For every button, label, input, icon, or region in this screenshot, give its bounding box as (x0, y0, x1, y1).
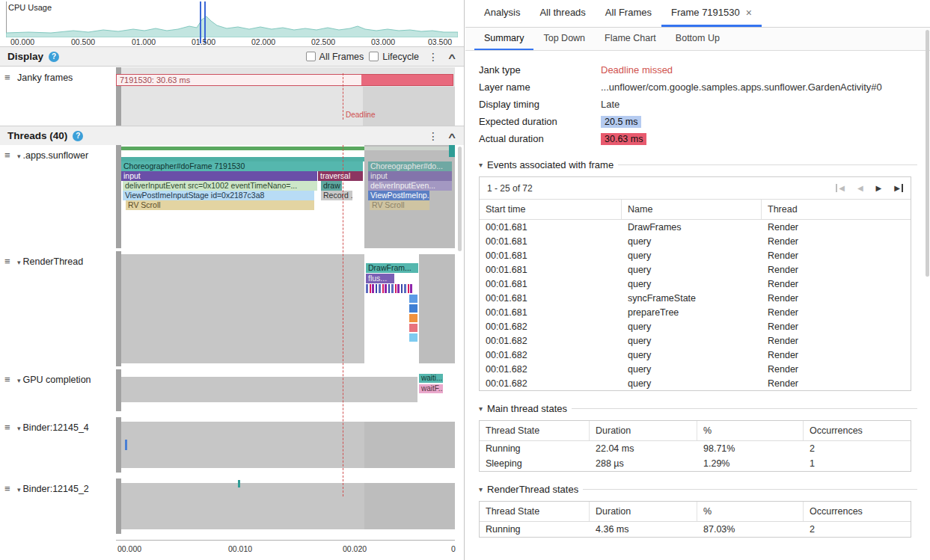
trace-event-rv-scroll-dim[interactable]: RV Scroll (370, 200, 429, 210)
drag-handle-icon[interactable]: ≡ (4, 72, 10, 83)
trace-event-draw[interactable]: draw (321, 181, 342, 191)
all-frames-checkbox[interactable]: All Frames (306, 52, 364, 62)
trace-event-tick[interactable] (238, 480, 240, 487)
column-header-percent[interactable]: % (697, 421, 804, 440)
tab-analysis[interactable]: Analysis (474, 0, 530, 27)
subtab-summary[interactable]: Summary (474, 28, 533, 50)
first-page-icon[interactable]: ◀ (836, 184, 845, 192)
checkbox-box-icon[interactable] (369, 52, 379, 61)
trace-event-waiting[interactable]: waiti... (419, 374, 443, 383)
subtab-top-down[interactable]: Top Down (533, 28, 595, 50)
column-header-duration[interactable]: Duration (590, 421, 697, 440)
thread-row-binder-12145-2[interactable]: ≡ ▾Binder:12145_2 (0, 479, 464, 534)
event-row[interactable]: 00:01.681 syncFrameState Render (480, 291, 911, 305)
trace-event-input-dim[interactable]: input (368, 171, 452, 181)
prev-page-icon[interactable]: ◀ (857, 184, 863, 192)
drag-handle-icon[interactable]: ≡ (4, 422, 10, 433)
thread-row-gpu-completion[interactable]: ≡ ▾GPU completion waiti... waitF... (0, 369, 464, 411)
state-row[interactable]: Running 4.36 ms 87.03% 2 (480, 522, 911, 537)
thread-row-renderthread[interactable]: ≡ ▾RenderThread DrawFram... flus... (0, 251, 464, 366)
thread-track[interactable] (116, 479, 455, 534)
thread-row-apps-sunflower[interactable]: ≡ ▾.apps.sunflower Choreographer#doFrame… (0, 145, 464, 248)
chevron-down-icon[interactable]: ▾ (17, 486, 21, 493)
trace-event-deliver-input[interactable]: deliverInputEvent src=0x1002 eventTimeNa… (123, 181, 317, 191)
trace-event-tile[interactable] (409, 314, 417, 322)
trace-event-tile[interactable] (409, 304, 417, 313)
column-header-duration[interactable]: Duration (590, 502, 697, 521)
janky-frame-bar[interactable]: 7191530: 30.63 ms (116, 74, 453, 86)
main-states-section-header[interactable]: ▾ Main thread states (479, 403, 917, 414)
column-header-thread[interactable]: Thread (762, 200, 911, 219)
trace-event-flush[interactable]: flus... (366, 274, 394, 283)
trace-event-rv-scroll[interactable]: RV Scroll (126, 200, 314, 210)
column-header-thread-state[interactable]: Thread State (480, 421, 590, 440)
tab-frame-7191530[interactable]: Frame 7191530 × (661, 0, 762, 27)
column-header-start-time[interactable]: Start time (480, 200, 622, 219)
column-header-occurrences[interactable]: Occurrences (804, 421, 911, 440)
tab-all-threads[interactable]: All threads (530, 0, 595, 27)
chevron-down-icon[interactable]: ▾ (17, 377, 21, 384)
render-states-section-header[interactable]: ▾ RenderThread states (479, 484, 917, 495)
column-header-percent[interactable]: % (697, 502, 804, 521)
thread-track[interactable]: Choreographer#doFrame 7191530 input trav… (116, 145, 455, 248)
event-row[interactable]: 00:01.682 query Render (480, 333, 911, 348)
trace-event-deliver-dim[interactable]: deliverInputEven... (368, 181, 452, 191)
event-row[interactable]: 00:01.682 query Render (480, 362, 911, 376)
column-header-occurrences[interactable]: Occurrences (804, 502, 911, 521)
checkbox-box-icon[interactable] (306, 52, 316, 61)
chevron-down-icon[interactable]: ▾ (479, 485, 483, 493)
trace-event-choreographer[interactable]: Choreographer#doFrame 7191530 (121, 161, 363, 171)
column-header-name[interactable]: Name (622, 200, 762, 219)
trace-event-tile[interactable] (409, 333, 417, 342)
trace-event-record[interactable]: Record ... (321, 191, 352, 200)
event-row[interactable]: 00:01.681 query Render (480, 248, 911, 262)
event-row[interactable]: 00:01.681 query Render (480, 262, 911, 277)
drag-handle-icon[interactable]: ≡ (4, 256, 10, 267)
panel-scrollbar[interactable] (926, 30, 929, 277)
chevron-down-icon[interactable]: ▾ (17, 425, 21, 432)
column-header-thread-state[interactable]: Thread State (480, 502, 590, 521)
trace-event-viewpostime[interactable]: ViewPostImeInputStage id=0x2187c3a8 (123, 191, 314, 200)
state-row[interactable]: Running 22.04 ms 98.71% 2 (480, 441, 911, 456)
chevron-down-icon[interactable]: ▾ (17, 153, 21, 160)
event-row[interactable]: 00:01.682 query Render (480, 319, 911, 333)
kebab-menu-icon[interactable]: ⋮ (424, 51, 442, 63)
trace-event-tile[interactable] (409, 324, 417, 332)
janky-frames-track[interactable]: 7191530: 30.63 ms Deadline (116, 67, 455, 126)
trace-event-waitfence[interactable]: waitF... (419, 384, 443, 393)
chevron-down-icon[interactable]: ▾ (479, 404, 483, 413)
events-section-header[interactable]: ▾ Events associated with frame (479, 159, 917, 170)
chevron-down-icon[interactable]: ▾ (17, 259, 21, 266)
collapse-section-icon[interactable]: ∧ (444, 131, 460, 141)
event-row[interactable]: 00:01.681 query Render (480, 277, 911, 291)
thread-track[interactable]: waiti... waitF... (116, 369, 455, 411)
threads-scrollbar[interactable] (458, 147, 462, 251)
tab-all-frames[interactable]: All Frames (596, 0, 661, 27)
trace-event-tile[interactable] (409, 295, 417, 303)
drag-handle-icon[interactable]: ≡ (4, 374, 10, 385)
state-row[interactable]: Sleeping 288 µs 1.29% 1 (480, 456, 911, 471)
chevron-down-icon[interactable]: ▾ (479, 161, 483, 169)
trace-event-confetti[interactable] (366, 284, 412, 293)
subtab-bottom-up[interactable]: Bottom Up (666, 28, 729, 50)
help-icon[interactable]: ? (73, 131, 83, 141)
event-row[interactable]: 00:01.681 DrawFrames Render (480, 220, 911, 234)
next-page-icon[interactable]: ▶ (876, 184, 882, 192)
last-page-icon[interactable]: ▶ (894, 184, 903, 192)
help-icon[interactable]: ? (49, 52, 59, 62)
event-row[interactable]: 00:01.682 query Render (480, 348, 911, 362)
cpu-usage-track[interactable]: CPU Usage 00.000 00.500 01.000 01.500 02… (0, 0, 464, 46)
event-row[interactable]: 00:01.681 prepareTree Render (480, 305, 911, 319)
event-row[interactable]: 00:01.681 query Render (480, 234, 911, 248)
drag-handle-icon[interactable]: ≡ (4, 483, 10, 494)
event-row[interactable]: 00:01.682 query Render (480, 376, 911, 390)
trace-event-drawframes[interactable]: DrawFram... (366, 263, 418, 273)
collapse-section-icon[interactable]: ∧ (444, 52, 460, 61)
trace-event-input[interactable]: input (121, 171, 317, 181)
subtab-flame-chart[interactable]: Flame Chart (595, 28, 666, 50)
thread-track[interactable] (116, 417, 455, 473)
drag-handle-icon[interactable]: ≡ (4, 150, 10, 161)
trace-event-choreographer-dim[interactable]: Choreographer#do... (368, 161, 452, 171)
trace-event-viewpostime-selected[interactable]: ViewPostImeInp... (368, 191, 429, 200)
trace-event-tick[interactable] (125, 440, 127, 450)
